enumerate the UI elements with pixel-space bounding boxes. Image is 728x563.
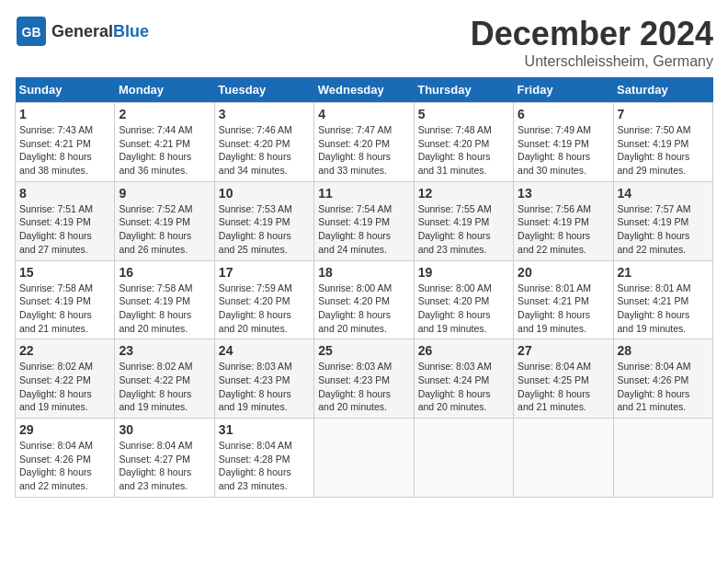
cell-info: Sunrise: 8:02 AMSunset: 4:22 PMDaylight:… (119, 360, 210, 414)
weekday-header: Sunday (16, 77, 115, 103)
logo-text: GeneralBlue (51, 22, 149, 41)
day-number: 29 (19, 422, 110, 437)
calendar-cell (613, 419, 712, 498)
day-number: 27 (518, 343, 609, 358)
calendar-week-row: 15Sunrise: 7:58 AMSunset: 4:19 PMDayligh… (16, 260, 713, 339)
day-number: 23 (119, 343, 210, 358)
calendar-cell: 7Sunrise: 7:50 AMSunset: 4:19 PMDaylight… (613, 103, 712, 182)
day-number: 14 (618, 186, 709, 201)
cell-info: Sunrise: 8:04 AMSunset: 4:28 PMDaylight:… (219, 439, 310, 493)
day-number: 16 (119, 265, 210, 280)
calendar-cell (514, 419, 613, 498)
day-number: 20 (518, 265, 609, 280)
location-title: Unterschleissheim, Germany (471, 53, 713, 70)
cell-info: Sunrise: 8:00 AMSunset: 4:20 PMDaylight:… (418, 282, 509, 336)
cell-info: Sunrise: 7:58 AMSunset: 4:19 PMDaylight:… (19, 282, 110, 336)
cell-info: Sunrise: 7:44 AMSunset: 4:21 PMDaylight:… (119, 123, 210, 178)
cell-info: Sunrise: 8:03 AMSunset: 4:23 PMDaylight:… (318, 360, 409, 414)
calendar-cell: 18Sunrise: 8:00 AMSunset: 4:20 PMDayligh… (314, 260, 414, 339)
day-number: 18 (318, 265, 409, 280)
cell-info: Sunrise: 8:03 AMSunset: 4:23 PMDaylight:… (219, 360, 310, 414)
weekday-header: Friday (514, 77, 613, 103)
calendar-cell: 16Sunrise: 7:58 AMSunset: 4:19 PMDayligh… (115, 260, 214, 339)
cell-info: Sunrise: 8:01 AMSunset: 4:21 PMDaylight:… (518, 282, 609, 336)
calendar-cell: 10Sunrise: 7:53 AMSunset: 4:19 PMDayligh… (214, 181, 313, 260)
cell-info: Sunrise: 7:52 AMSunset: 4:19 PMDaylight:… (119, 202, 210, 257)
calendar-cell (414, 419, 513, 498)
weekday-header: Tuesday (214, 77, 313, 103)
calendar-table: SundayMondayTuesdayWednesdayThursdayFrid… (15, 77, 713, 498)
day-number: 13 (518, 186, 609, 201)
calendar-cell: 31Sunrise: 8:04 AMSunset: 4:28 PMDayligh… (214, 419, 313, 498)
calendar-cell: 5Sunrise: 7:48 AMSunset: 4:20 PMDaylight… (414, 103, 513, 182)
day-number: 1 (19, 107, 110, 121)
calendar-cell: 20Sunrise: 8:01 AMSunset: 4:21 PMDayligh… (514, 260, 613, 339)
calendar-cell: 29Sunrise: 8:04 AMSunset: 4:26 PMDayligh… (16, 419, 115, 498)
cell-info: Sunrise: 8:02 AMSunset: 4:22 PMDaylight:… (19, 360, 110, 414)
day-number: 15 (19, 265, 110, 280)
calendar-cell: 21Sunrise: 8:01 AMSunset: 4:21 PMDayligh… (613, 260, 712, 339)
cell-info: Sunrise: 7:48 AMSunset: 4:20 PMDaylight:… (418, 123, 509, 178)
calendar-cell: 22Sunrise: 8:02 AMSunset: 4:22 PMDayligh… (16, 339, 115, 419)
cell-info: Sunrise: 7:54 AMSunset: 4:19 PMDaylight:… (318, 202, 409, 257)
weekday-header: Monday (115, 77, 214, 103)
day-number: 5 (418, 107, 509, 121)
cell-info: Sunrise: 7:53 AMSunset: 4:19 PMDaylight:… (219, 202, 310, 257)
calendar-cell: 6Sunrise: 7:49 AMSunset: 4:19 PMDaylight… (514, 103, 613, 182)
calendar-cell: 13Sunrise: 7:56 AMSunset: 4:19 PMDayligh… (514, 181, 613, 260)
day-number: 11 (318, 186, 409, 201)
day-number: 25 (318, 343, 409, 358)
calendar-cell: 23Sunrise: 8:02 AMSunset: 4:22 PMDayligh… (115, 339, 214, 419)
calendar-cell: 8Sunrise: 7:51 AMSunset: 4:19 PMDaylight… (16, 181, 115, 260)
calendar-cell: 1Sunrise: 7:43 AMSunset: 4:21 PMDaylight… (16, 103, 115, 182)
title-area: December 2024 Unterschleissheim, Germany (471, 15, 713, 70)
day-number: 31 (219, 422, 310, 437)
calendar-cell: 12Sunrise: 7:55 AMSunset: 4:19 PMDayligh… (414, 181, 513, 260)
calendar-cell: 19Sunrise: 8:00 AMSunset: 4:20 PMDayligh… (414, 260, 513, 339)
svg-text:GB: GB (22, 25, 41, 40)
calendar-cell (314, 419, 414, 498)
cell-info: Sunrise: 8:03 AMSunset: 4:24 PMDaylight:… (418, 360, 509, 414)
cell-info: Sunrise: 7:50 AMSunset: 4:19 PMDaylight:… (618, 123, 709, 178)
day-number: 8 (19, 186, 110, 201)
day-number: 28 (618, 343, 709, 358)
calendar-week-row: 22Sunrise: 8:02 AMSunset: 4:22 PMDayligh… (16, 339, 713, 419)
calendar-cell: 27Sunrise: 8:04 AMSunset: 4:25 PMDayligh… (514, 339, 613, 419)
cell-info: Sunrise: 8:04 AMSunset: 4:26 PMDaylight:… (618, 360, 709, 414)
calendar-cell: 30Sunrise: 8:04 AMSunset: 4:27 PMDayligh… (115, 419, 214, 498)
cell-info: Sunrise: 7:49 AMSunset: 4:19 PMDaylight:… (518, 123, 609, 178)
day-number: 3 (219, 107, 310, 121)
cell-info: Sunrise: 8:04 AMSunset: 4:27 PMDaylight:… (119, 439, 210, 493)
day-number: 2 (119, 107, 210, 121)
cell-info: Sunrise: 7:56 AMSunset: 4:19 PMDaylight:… (518, 202, 609, 257)
calendar-cell: 4Sunrise: 7:47 AMSunset: 4:20 PMDaylight… (314, 103, 414, 182)
calendar-cell: 11Sunrise: 7:54 AMSunset: 4:19 PMDayligh… (314, 181, 414, 260)
calendar-cell: 26Sunrise: 8:03 AMSunset: 4:24 PMDayligh… (414, 339, 513, 419)
cell-info: Sunrise: 7:57 AMSunset: 4:19 PMDaylight:… (618, 202, 709, 257)
weekday-header-row: SundayMondayTuesdayWednesdayThursdayFrid… (16, 77, 713, 103)
calendar-cell: 15Sunrise: 7:58 AMSunset: 4:19 PMDayligh… (16, 260, 115, 339)
cell-info: Sunrise: 7:46 AMSunset: 4:20 PMDaylight:… (219, 123, 310, 178)
logo-icon: GB (15, 15, 48, 48)
weekday-header: Wednesday (314, 77, 414, 103)
cell-info: Sunrise: 7:47 AMSunset: 4:20 PMDaylight:… (318, 123, 409, 178)
day-number: 4 (318, 107, 409, 121)
day-number: 26 (418, 343, 509, 358)
day-number: 10 (219, 186, 310, 201)
cell-info: Sunrise: 8:04 AMSunset: 4:26 PMDaylight:… (19, 439, 110, 493)
day-number: 17 (219, 265, 310, 280)
day-number: 24 (219, 343, 310, 358)
calendar-cell: 24Sunrise: 8:03 AMSunset: 4:23 PMDayligh… (214, 339, 313, 419)
cell-info: Sunrise: 7:51 AMSunset: 4:19 PMDaylight:… (19, 202, 110, 257)
month-title: December 2024 (471, 15, 713, 53)
day-number: 6 (518, 107, 609, 121)
calendar-cell: 3Sunrise: 7:46 AMSunset: 4:20 PMDaylight… (214, 103, 313, 182)
calendar-cell: 14Sunrise: 7:57 AMSunset: 4:19 PMDayligh… (613, 181, 712, 260)
cell-info: Sunrise: 8:01 AMSunset: 4:21 PMDaylight:… (618, 282, 709, 336)
cell-info: Sunrise: 8:00 AMSunset: 4:20 PMDaylight:… (318, 282, 409, 336)
page-header: GB GeneralBlue December 2024 Unterschlei… (15, 15, 713, 70)
day-number: 7 (618, 107, 709, 121)
day-number: 9 (119, 186, 210, 201)
day-number: 12 (418, 186, 509, 201)
calendar-cell: 28Sunrise: 8:04 AMSunset: 4:26 PMDayligh… (613, 339, 712, 419)
